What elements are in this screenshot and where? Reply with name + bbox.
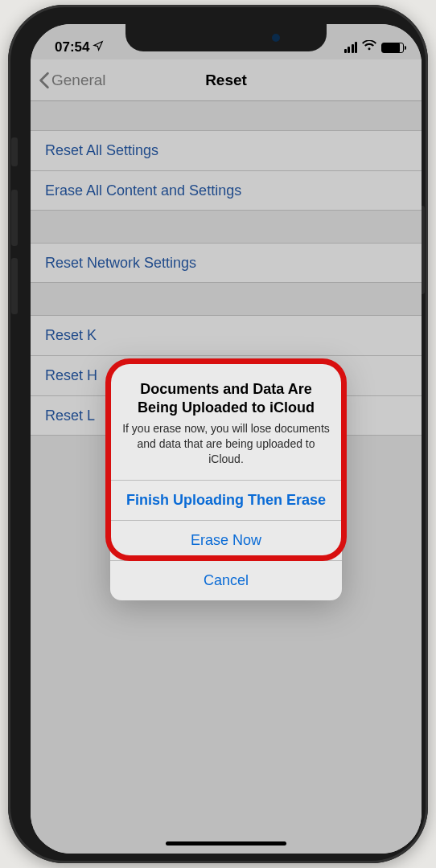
alert-title: Documents and Data Are Being Uploaded to…: [121, 380, 331, 416]
phone-frame: 07:54 General Reset Reset All: [8, 5, 428, 863]
icloud-upload-alert: Documents and Data Are Being Uploaded to…: [110, 364, 342, 600]
home-indicator[interactable]: [166, 841, 286, 845]
finish-uploading-then-erase-button[interactable]: Finish Uploading Then Erase: [110, 480, 342, 520]
cancel-button[interactable]: Cancel: [110, 560, 342, 600]
alert-message: If you erase now, you will lose document…: [121, 421, 331, 467]
button-label: Cancel: [204, 572, 249, 589]
volume-down-button[interactable]: [11, 258, 18, 314]
erase-now-button[interactable]: Erase Now: [110, 520, 342, 560]
button-label: Finish Uploading Then Erase: [126, 492, 326, 509]
volume-up-button[interactable]: [11, 190, 18, 246]
screen: 07:54 General Reset Reset All: [31, 24, 422, 854]
button-label: Erase Now: [191, 532, 261, 549]
modal-overlay: Documents and Data Are Being Uploaded to…: [31, 24, 422, 854]
mute-switch[interactable]: [11, 137, 18, 166]
